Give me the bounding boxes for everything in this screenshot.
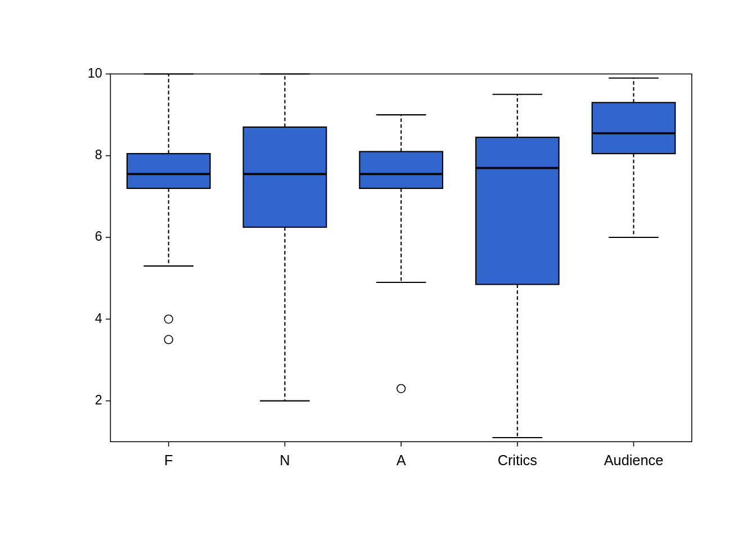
svg-text:8: 8 — [95, 147, 102, 162]
svg-point-18 — [164, 315, 173, 323]
svg-text:6: 6 — [95, 229, 102, 244]
svg-text:2: 2 — [95, 393, 102, 407]
boxplot-svg: 246810FNACriticsAudience — [63, 39, 716, 512]
plot-area: 246810FNACriticsAudience — [63, 39, 716, 512]
svg-text:F: F — [164, 452, 173, 468]
y-axis-label — [40, 39, 63, 512]
svg-point-17 — [164, 335, 173, 344]
svg-text:A: A — [397, 452, 406, 468]
svg-rect-42 — [476, 137, 559, 285]
svg-rect-33 — [359, 151, 443, 188]
svg-text:4: 4 — [95, 311, 102, 326]
svg-text:Audience: Audience — [604, 452, 664, 468]
svg-text:Critics: Critics — [498, 452, 537, 468]
chart-area: 246810FNACriticsAudience — [40, 39, 716, 512]
svg-rect-25 — [244, 127, 327, 227]
chart-container: 246810FNACriticsAudience — [40, 28, 716, 512]
svg-point-35 — [397, 384, 406, 393]
svg-text:10: 10 — [88, 66, 102, 80]
svg-text:N: N — [280, 452, 290, 468]
svg-rect-50 — [592, 102, 676, 154]
svg-rect-15 — [127, 154, 210, 188]
